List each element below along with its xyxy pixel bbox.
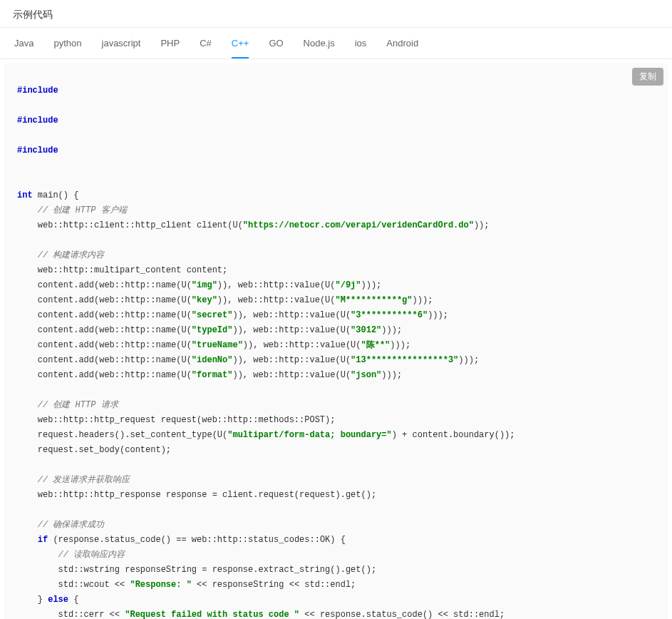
p-val: "3***********6" [351,310,428,320]
language-tabs: Java python javascript PHP C# C++ GO Nod… [0,28,672,59]
add-end: ))); [361,280,382,290]
tab-php[interactable]: PHP [160,28,180,58]
hdr-pre: request.headers().set_content_type(U( [17,430,227,440]
comment-body: // 构建请求内容 [38,250,105,260]
p-val: "陈**" [361,340,391,350]
add-end: ))); [428,310,448,320]
add-end: ))); [458,355,479,365]
include-line: #include [17,145,58,155]
url-string: "https://netocr.com/verapi/veridenCardOr… [243,220,474,230]
include-line: #include [17,86,58,96]
kw-int: int [17,190,33,200]
p-val: "3012" [351,325,381,335]
tab-nodejs[interactable]: Node.js [304,28,335,58]
add-pre: content.add(web::http::name(U( [17,310,192,320]
add-pre: content.add(web::http::name(U( [17,325,192,335]
kw-if: if [38,535,48,545]
tab-python[interactable]: python [53,28,81,58]
add-end: ))); [390,340,410,350]
p-val: "json" [351,370,381,380]
p-key: "typeId" [192,325,233,335]
else-pre: } [17,595,48,605]
tab-ios[interactable]: ios [355,28,367,58]
code-panel: 复制 #include #include #include int main()… [4,63,668,619]
wcout-post: << responseString << std::endl; [192,580,356,590]
panel-title: 示例代码 [0,0,672,28]
comment-client: // 创建 HTTP 客户端 [38,205,127,215]
else-post: { [68,595,78,605]
tab-javascript[interactable]: javascript [102,28,141,58]
add-end: ))); [413,295,433,305]
add-mid: )), web::http::value(U( [232,355,351,365]
kw-else: else [48,595,68,605]
copy-button[interactable]: 复制 [632,68,663,86]
main-sig: main() { [33,190,79,200]
client-line-pre: web::http::client::http_client client(U( [17,220,243,230]
add-pre: content.add(web::http::name(U( [17,370,192,380]
add-mid: )), web::http::value(U( [243,340,361,350]
p-key: "secret" [192,310,233,320]
comment-req: // 创建 HTTP 请求 [38,400,118,410]
add-end: ))); [381,325,402,335]
p-key: "img" [192,280,217,290]
extract-line: std::wstring responseString = response.e… [17,565,376,575]
resp-line: web::http::http_response response = clie… [17,490,376,500]
p-val: "/9j" [336,280,361,290]
setbody-line: request.set_body(content); [17,445,171,455]
add-mid: )), web::http::value(U( [217,280,336,290]
content-line: web::http::multipart_content content; [17,265,227,275]
cerr-pre: std::cerr << [17,610,125,619]
hdr-post: ) + content.boundary()); [392,430,515,440]
add-end: ))); [381,370,402,380]
comment-send: // 发送请求并获取响应 [38,475,130,485]
add-mid: )), web::http::value(U( [232,310,351,320]
p-val: "M***********g" [336,295,413,305]
client-line-post: )); [474,220,490,230]
p-key: "trueName" [192,340,243,350]
comment-read: // 读取响应内容 [58,550,125,560]
p-key: "idenNo" [192,355,233,365]
tab-go[interactable]: GO [269,28,283,58]
add-mid: )), web::http::value(U( [232,370,351,380]
hdr-string: "multipart/form-data; boundary=" [227,430,391,440]
code-block: #include #include #include int main() { … [4,63,668,619]
tab-java[interactable]: Java [14,28,33,58]
tab-csharp[interactable]: C# [200,28,212,58]
add-pre: content.add(web::http::name(U( [17,280,192,290]
cerr-post: << response.status_code() << std::endl; [299,610,505,619]
if-cond: (response.status_code() == web::http::st… [48,535,346,545]
tab-android[interactable]: Android [386,28,418,58]
resp-string: "Response: " [130,580,191,590]
tab-cpp[interactable]: C++ [232,28,249,58]
add-mid: )), web::http::value(U( [217,295,336,305]
add-pre: content.add(web::http::name(U( [17,295,192,305]
add-pre: content.add(web::http::name(U( [17,340,192,350]
p-key: "key" [192,295,217,305]
p-val: "13****************3" [351,355,458,365]
add-mid: )), web::http::value(U( [232,325,351,335]
comment-ok: // 确保请求成功 [38,520,105,530]
add-pre: content.add(web::http::name(U( [17,355,192,365]
req-line: web::http::http_request request(web::htt… [17,415,335,425]
fail-string: "Request failed with status code " [125,610,299,619]
include-line: #include [17,116,58,126]
p-key: "format" [192,370,233,380]
wcout-pre: std::wcout << [17,580,130,590]
